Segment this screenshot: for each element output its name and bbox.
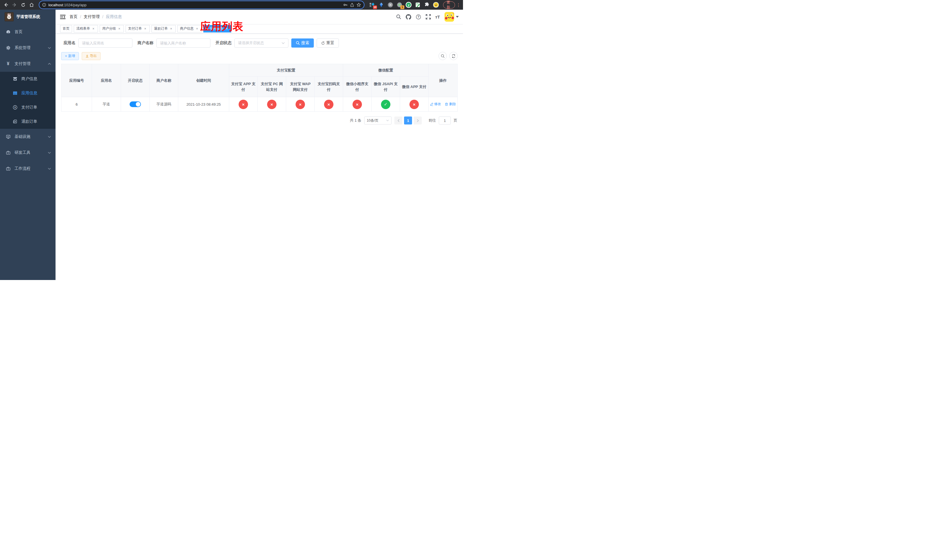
cell-created: 2021-10-23 08:49:25: [178, 97, 229, 112]
tab-pay-order[interactable]: 支付订单×: [126, 25, 150, 32]
reload-icon[interactable]: [20, 1, 27, 9]
tab-home[interactable]: 首页: [60, 25, 72, 32]
user-menu[interactable]: [445, 12, 459, 22]
goto-page-input[interactable]: [439, 117, 451, 124]
sidebar-menu: 首页 系统管理 ¥ 支付管理: [0, 24, 56, 177]
extension-notes-icon[interactable]: [415, 2, 421, 8]
next-page-button[interactable]: [414, 117, 422, 124]
app-name-label: 应用名: [64, 41, 76, 45]
app-logo-row[interactable]: 芋道管理系统: [0, 10, 56, 24]
search-icon: [296, 41, 300, 45]
close-icon[interactable]: ×: [169, 27, 173, 31]
sidebar-item-home[interactable]: 首页: [0, 24, 56, 40]
col-alipay-pc: 支付宝 PC 网站支付: [258, 77, 286, 97]
total-count: 共 1 条: [350, 118, 362, 123]
breadcrumb-payment[interactable]: 支付管理: [84, 14, 100, 20]
extension-recorder-icon[interactable]: 1: [396, 2, 402, 8]
page-number-button[interactable]: 1: [404, 117, 412, 124]
tab-merchant-info[interactable]: 商户信息×: [177, 25, 201, 32]
merchant-name-input-wrap: [156, 38, 210, 48]
extension-kite-icon[interactable]: [378, 2, 384, 8]
address-bar[interactable]: localhost:1024/pay/app: [39, 1, 364, 9]
tab-refund-order[interactable]: 退款订单×: [151, 25, 176, 32]
fullscreen-icon[interactable]: [426, 14, 431, 20]
store-icon: [12, 77, 17, 81]
github-icon[interactable]: [406, 14, 411, 20]
col-wechat-app: 微信 APP 支付: [400, 77, 428, 97]
yen-circle-icon: ¥: [12, 105, 17, 110]
site-info-icon[interactable]: [42, 3, 46, 7]
edit-link[interactable]: 修改: [430, 102, 441, 106]
help-icon[interactable]: ?: [416, 14, 421, 20]
search-button[interactable]: 搜索: [291, 38, 314, 48]
tab-user-group[interactable]: 用户分组×: [100, 25, 124, 32]
export-button[interactable]: 导出: [82, 52, 100, 60]
gear-icon: [6, 45, 11, 50]
tab-process-form[interactable]: 流程表单×: [74, 25, 98, 32]
sidebar-item-pay-order[interactable]: ¥ 支付订单: [0, 100, 56, 115]
home-icon[interactable]: [28, 1, 35, 9]
chevron-up-icon: [48, 63, 51, 65]
extension-command-icon[interactable]: ⌘: [387, 2, 393, 8]
sidebar-item-system[interactable]: 系统管理: [0, 40, 56, 56]
merchant-name-label: 商户名称: [138, 41, 153, 45]
add-button[interactable]: + 新增: [61, 52, 79, 60]
tags-view-bar: 首页 流程表单× 用户分组× 支付订单× 退款订单× 商户信息× 应用信息×: [56, 24, 463, 33]
chevron-down-icon: [456, 16, 459, 18]
share-icon[interactable]: [350, 3, 354, 7]
cell-app-name: 芋道: [92, 97, 121, 112]
status-select[interactable]: 请选择开启状态: [235, 38, 289, 48]
close-icon[interactable]: ×: [195, 27, 199, 31]
sidebar: 芋道管理系统 首页 系统管理 ¥ 支付管理: [0, 10, 56, 280]
sidebar-item-payment[interactable]: ¥ 支付管理: [0, 56, 56, 72]
app-table: 应用编号 应用名 开启状态 商户名称 创建时间 支付宝配置 微信配置 操作 支付…: [61, 64, 458, 112]
col-alipay-app: 支付宝 APP 支付: [229, 77, 258, 97]
svg-text:y: y: [408, 3, 410, 6]
alipay-qr-status-icon: ×: [324, 100, 333, 109]
navbar-actions: ? тT: [396, 12, 459, 22]
password-key-icon[interactable]: [343, 3, 348, 7]
app-name-input[interactable]: [82, 41, 129, 45]
close-icon[interactable]: ×: [117, 27, 121, 31]
refresh-table-button[interactable]: [449, 52, 458, 60]
merchant-name-input[interactable]: [160, 41, 207, 45]
show-search-button[interactable]: [439, 52, 447, 60]
enabled-switch[interactable]: [130, 101, 141, 107]
sidebar-item-dev-tools[interactable]: 研发工具: [0, 145, 56, 160]
header-search-icon[interactable]: [396, 14, 401, 20]
sidebar-item-app-info[interactable]: 应用信息: [0, 86, 56, 100]
sidebar-item-refund-order[interactable]: 退款订单: [0, 115, 56, 129]
prev-page-button[interactable]: [394, 117, 402, 124]
reset-button[interactable]: 重置: [317, 38, 339, 48]
dashboard-icon: [6, 30, 11, 34]
close-icon[interactable]: ×: [143, 27, 147, 31]
cell-status: [121, 97, 150, 112]
extensions-puzzle-icon[interactable]: [424, 2, 430, 8]
payment-submenu: 商户信息 应用信息 ¥ 支付订单: [0, 72, 56, 129]
browser-update-button[interactable]: 更新: [443, 2, 455, 9]
goto-suffix: 页: [454, 118, 457, 123]
bookmark-star-icon[interactable]: [357, 3, 361, 7]
font-size-icon[interactable]: тT: [436, 15, 440, 20]
profile-avatar-icon[interactable]: [433, 2, 439, 8]
extension-grid-icon[interactable]: 10: [369, 2, 375, 8]
col-created: 创建时间: [178, 64, 229, 97]
forward-icon[interactable]: [11, 1, 18, 9]
extension-y-icon[interactable]: y: [406, 2, 412, 8]
close-icon[interactable]: ×: [91, 27, 95, 31]
sidebar-item-merchant-info[interactable]: 商户信息: [0, 72, 56, 86]
back-icon[interactable]: [2, 1, 10, 9]
delete-link[interactable]: 删除: [445, 102, 456, 106]
page-size-select[interactable]: 10条/页: [364, 117, 392, 124]
breadcrumb-home[interactable]: 首页: [70, 14, 77, 20]
user-avatar: [445, 12, 454, 22]
sidebar-item-infrastructure[interactable]: 基础设施: [0, 129, 56, 145]
sidebar-fold-icon[interactable]: [60, 15, 65, 20]
browser-menu-icon[interactable]: ⋮: [456, 2, 461, 8]
extension-badge: 1: [400, 5, 404, 9]
table-tools: [439, 52, 458, 60]
toolbox-icon: [6, 150, 11, 155]
grid-table-icon: [12, 91, 17, 95]
page-content: 应用名 商户名称 开启状态 请选择开启状态 搜索: [56, 33, 463, 280]
sidebar-item-workflow[interactable]: 工作流程: [0, 160, 56, 177]
